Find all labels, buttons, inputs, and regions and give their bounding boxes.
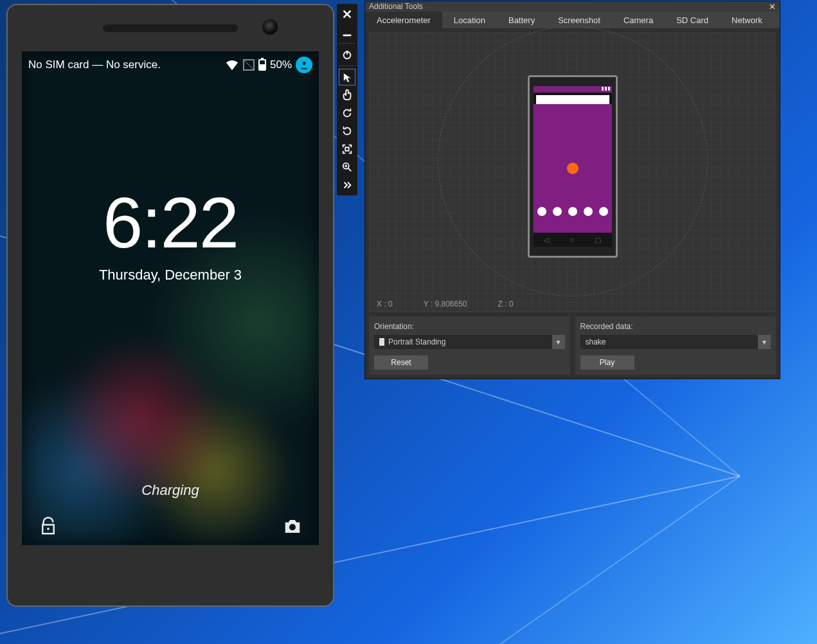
recorded-panel: Recorded data: shake ▼ Play [575,316,777,375]
wallpaper [22,51,319,545]
phone-portrait-icon [379,338,384,346]
chevron-down-icon[interactable]: ▼ [552,335,565,349]
device-screen[interactable]: No SIM card — No service. 50% 6:22 Thurs… [22,51,319,545]
rotate-left-button[interactable] [339,105,355,121]
orientation-value: Portrait Standing [388,337,445,346]
chevron-down-icon[interactable]: ▼ [758,335,771,349]
additional-tools-window: Additional Tools ✕ Accelerometer Locatio… [364,1,780,379]
close-icon[interactable]: ✕ [769,2,776,12]
lock-date: Thursday, December 3 [22,267,319,283]
play-button[interactable]: Play [580,355,634,370]
charging-label: Charging [22,482,319,499]
lock-icon[interactable] [39,517,58,539]
earpiece [103,24,238,32]
status-bar: No SIM card — No service. 50% [22,51,319,78]
recorded-select[interactable]: shake [580,335,759,349]
tab-location[interactable]: Location [442,12,497,28]
minute: 22 [160,183,238,263]
emulator-device-frame: No SIM card — No service. 50% 6:22 Thurs… [6,4,334,607]
mini-search-bar [536,95,609,104]
accelerometer-pane: ◁○▢ X : 0 Y : 9.806650 Z : 0 Orientation… [365,28,780,379]
emulator-toolbar [337,4,357,195]
mini-device[interactable]: ◁○▢ [528,75,618,258]
lock-clock: 6:22 [22,181,319,264]
minimize-button[interactable] [339,24,355,40]
battery-icon [258,59,266,71]
svg-point-0 [302,62,305,65]
no-signal-icon [243,59,255,71]
mini-app-row [534,207,612,216]
window-titlebar[interactable]: Additional Tools ✕ [365,1,780,12]
user-avatar-icon[interactable] [296,57,312,73]
orientation-label: Orientation: [374,322,414,331]
front-camera [262,19,278,35]
coord-y: Y : 9.806650 [424,300,467,309]
camera-icon[interactable] [283,517,302,539]
mini-screen: ◁○▢ [534,86,612,247]
accelerometer-coords: X : 0 Y : 9.806650 Z : 0 [377,300,514,309]
accelerometer-arena[interactable]: ◁○▢ X : 0 Y : 9.806650 Z : 0 [369,32,776,312]
orientation-panel: Orientation: Portrait Standing ▼ Reset [369,316,570,375]
orientation-select[interactable]: Portrait Standing [374,335,552,349]
hour: 6 [103,183,141,263]
multi-touch-button[interactable] [339,87,355,103]
accelerometer-ball-icon [567,163,579,174]
mini-statusbar [534,86,612,93]
mini-home [534,104,612,233]
more-tools-button[interactable] [339,177,355,193]
window-title: Additional Tools [369,2,769,11]
svg-point-2 [289,524,296,530]
svg-rect-3 [343,35,352,37]
status-text: No SIM card — No service. [28,58,161,71]
recorded-value: shake [586,337,606,346]
reset-button[interactable]: Reset [374,355,428,370]
fit-screen-button[interactable] [339,141,355,157]
tab-camera[interactable]: Camera [612,12,665,28]
recorded-label: Recorded data: [580,322,633,331]
mini-navbar: ◁○▢ [534,233,612,247]
svg-point-1 [47,528,49,530]
tab-network[interactable]: Network [720,12,774,28]
tab-battery[interactable]: Battery [497,12,546,28]
rotate-right-button[interactable] [339,123,355,139]
zoom-button[interactable] [339,159,355,175]
tab-sdcard[interactable]: SD Card [665,12,720,28]
battery-percent: 50% [270,58,292,71]
coord-x: X : 0 [377,300,393,309]
coord-z: Z : 0 [498,300,514,309]
close-button[interactable] [339,6,355,22]
wifi-icon [225,58,239,71]
svg-rect-5 [345,147,348,150]
tab-accelerometer[interactable]: Accelerometer [365,12,442,28]
single-point-button[interactable] [339,69,355,85]
power-button[interactable] [339,46,355,63]
